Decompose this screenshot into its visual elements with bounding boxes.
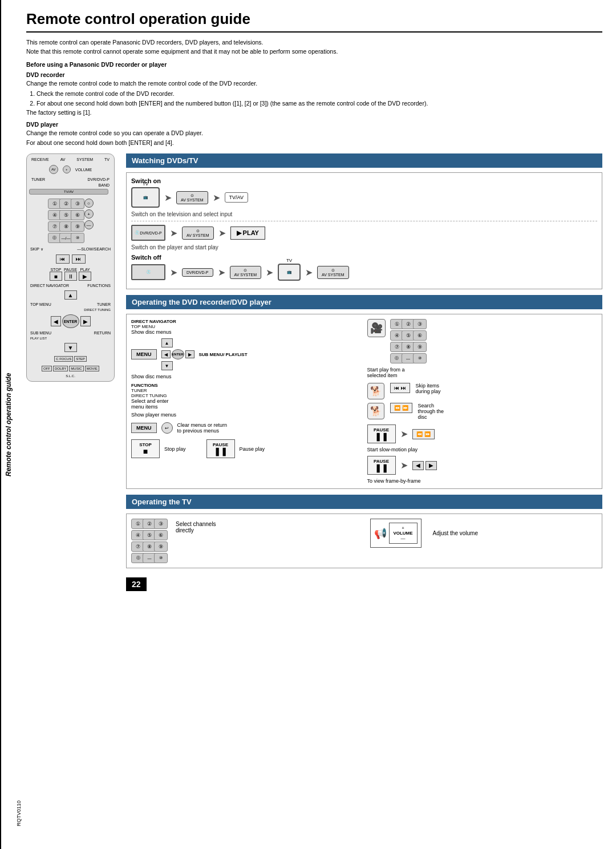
numpad: ① ② ③ ④ ⑤ ⑥ ⑦ ⑧ ⑨ ⓪ —/— ⑩ bbox=[48, 199, 81, 243]
page-title: Remote control operation guide bbox=[26, 10, 602, 33]
av-system-box-2: ⊙ AV SYSTEM bbox=[182, 227, 214, 240]
left-arrow-diagram: ◀ bbox=[161, 350, 171, 358]
dvr-dvd-p-label: DVR/DVD-P bbox=[87, 177, 110, 181]
next-frame-btn: ▶ bbox=[425, 461, 437, 470]
skip-items-desc: Skip items during play bbox=[416, 383, 441, 394]
clear-menus-desc: Clear menus or return to previous menus bbox=[177, 422, 228, 434]
show-disc-menus-2: Show disc menus bbox=[131, 374, 362, 379]
return-label: RETURN bbox=[94, 331, 111, 335]
player-box: 💿 DVR/DVD-P bbox=[131, 225, 165, 241]
arrow-7: ➤ bbox=[266, 267, 273, 278]
operating-tv-section: Operating the TV ① ② ③ ④ ⑤ bbox=[126, 495, 602, 568]
right-btn: ▶ bbox=[80, 316, 91, 326]
start-play-selected: Start play from a selected item bbox=[367, 367, 598, 378]
prev-frame-btn: ◀ bbox=[412, 461, 424, 470]
stop-btn-remote: ■ bbox=[50, 272, 62, 281]
player-box-2: 💿 bbox=[131, 264, 165, 280]
tv-av-btn: TV/AV bbox=[29, 189, 108, 195]
av-system-box-4: ⊙ AV SYSTEM bbox=[317, 266, 349, 279]
show-player-menus: Show player menus bbox=[131, 412, 362, 418]
menu-clear-btn: MENU bbox=[131, 423, 157, 433]
arrow-5: ➤ bbox=[170, 267, 177, 278]
volume-label: VOLUME bbox=[75, 168, 92, 172]
dvd-recorder-label: DVD recorder bbox=[26, 71, 602, 78]
play-list-label: PLAY LIST bbox=[30, 337, 47, 340]
plus-btn: + bbox=[63, 165, 71, 173]
dvr-dvd-box: DVR/DVD-P bbox=[182, 268, 213, 277]
down-btn-remote: ▼ bbox=[64, 343, 77, 352]
show-disc-menus-1: Show disc menus bbox=[131, 329, 176, 335]
operating-dvd-section: Operating the DVD recorder/DVD player DI… bbox=[126, 295, 602, 489]
play-btn-remote: ▶ bbox=[79, 272, 91, 281]
up-arrow-diagram: ▲ bbox=[161, 338, 173, 347]
movie-btn: MOVIE bbox=[85, 366, 99, 371]
search-desc: Search through the disc bbox=[418, 403, 444, 420]
stop-ctrl-btn: STOP ■ bbox=[131, 439, 160, 458]
arrow-frame: ➤ bbox=[400, 460, 408, 471]
watching-section: Watching DVDs/TV Switch on 📺 TV bbox=[126, 153, 602, 289]
start-slow-desc: Start slow-motion play bbox=[367, 447, 598, 452]
before-using-heading: Before using a Panasonic DVD recorder or… bbox=[26, 61, 602, 68]
dvd-player-text: Change the remote control code so you ca… bbox=[26, 129, 602, 138]
intro-text: This remote control can operate Panasoni… bbox=[26, 38, 602, 56]
right-arrow-diagram: ▶ bbox=[185, 350, 194, 358]
tv-diagram-box: 📺 TV bbox=[131, 187, 160, 208]
c-focus-btn: C FOCUS bbox=[54, 356, 73, 362]
numpad-op: ① ② ③ ④ ⑤ ⑥ ⑦ ⑧ ⑨ ⓪ bbox=[390, 319, 423, 363]
operating-tv-header: Operating the TV bbox=[126, 495, 602, 509]
direct-tuning-label: DIRECT TUNING bbox=[84, 308, 111, 312]
down-arrow-diagram: ▼ bbox=[161, 361, 173, 370]
tuner-diagram-label: TUNER bbox=[131, 388, 362, 393]
skip-btns: ⏮ ⏭ bbox=[390, 383, 410, 393]
up-btn-remote: ▲ bbox=[64, 290, 77, 300]
select-enter-menu: Select and enter menu items bbox=[131, 398, 362, 410]
enter-btn: ENTER bbox=[62, 314, 79, 328]
menu-btn-diagram: MENU bbox=[131, 349, 157, 359]
switch-tv-desc: Switch on the television and select inpu… bbox=[131, 211, 597, 217]
sidebar-rotated-label: Remote control operation guide bbox=[0, 0, 16, 849]
arrow-3: ➤ bbox=[170, 228, 177, 238]
arrow-1: ➤ bbox=[164, 192, 172, 203]
arrow-8: ➤ bbox=[305, 267, 313, 278]
pause-label-remote: PAUSE bbox=[64, 268, 77, 272]
select-channels-desc: Select channels directly bbox=[176, 521, 216, 533]
band-label: BAND bbox=[99, 183, 110, 187]
dvd-recorder-steps: Check the remote control code of the DVD… bbox=[37, 89, 602, 108]
direct-nav-label: DIRECT NAVIGATOR bbox=[30, 284, 69, 288]
view-frame-desc: To view frame-by-frame bbox=[367, 478, 598, 484]
stop-desc: Stop play bbox=[164, 446, 186, 452]
av-circle: AV bbox=[49, 165, 58, 174]
search-btns: ⏪ ⏩ bbox=[390, 403, 412, 413]
top-menu-diagram-label: TOP MENU bbox=[131, 324, 176, 329]
dolby-btn: DOLBY bbox=[53, 366, 68, 371]
return-btn-diagram: ↩ bbox=[161, 422, 173, 434]
pause-frame-btn: PAUSE ❚❚ bbox=[367, 456, 396, 475]
prev-btn: ⏮ bbox=[56, 254, 70, 264]
receive-label: RECEIVE bbox=[31, 157, 49, 161]
system-label: SYSTEM bbox=[76, 157, 93, 161]
pause-slow-btn: PAUSE ❚❚ bbox=[367, 424, 396, 443]
tv-box-2: 📺 TV bbox=[278, 264, 301, 281]
camcorder-icon: 🎥 bbox=[367, 319, 386, 337]
submenu-playlist-label: SUB MENU/ PLAYLIST bbox=[199, 352, 248, 357]
skip-icon: 🐕 bbox=[367, 383, 384, 399]
sub-menu-label: SUB MENU bbox=[30, 331, 51, 335]
operating-dvd-header: Operating the DVD recorder/DVD player bbox=[126, 295, 602, 309]
functions-diagram-label: FUNCTIONS bbox=[131, 383, 362, 388]
enter-diagram: ENTER bbox=[172, 349, 184, 359]
play-btn-box: ▶ PLAY bbox=[230, 227, 265, 240]
tuner-label: TUNER bbox=[31, 177, 45, 181]
tv-av-box: TV/AV bbox=[225, 192, 248, 203]
numpad-tv: ① ② ③ ④ ⑤ ⑥ ⑦ ⑧ ⑨ ⓪ bbox=[131, 519, 164, 563]
remote-circle-2: + bbox=[84, 209, 94, 219]
remote-circle-1: ○ bbox=[84, 199, 94, 208]
dvd-player-label: DVD player bbox=[26, 121, 602, 128]
remote-illustration: RECEIVE AV SYSTEM TV AV + VOLUME bbox=[26, 153, 120, 591]
stop-label-remote: STOP bbox=[50, 268, 61, 272]
switch-player-desc: Switch on the player and start play bbox=[131, 244, 597, 250]
play-label-remote: PLAY bbox=[80, 268, 90, 272]
av-system-box-3: ⊙ AV SYSTEM bbox=[230, 266, 262, 279]
arrow-slow: ➤ bbox=[400, 428, 408, 439]
volume-box: + VOLUME — bbox=[389, 523, 418, 544]
off-btn: OFF bbox=[42, 366, 52, 371]
